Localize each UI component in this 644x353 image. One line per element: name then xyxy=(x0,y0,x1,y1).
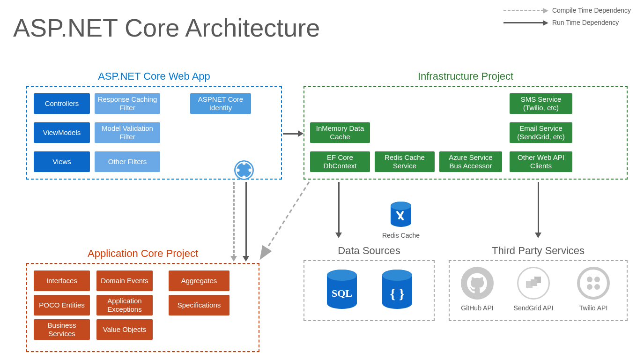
group-title-infra: Infrastructure Project xyxy=(303,70,628,83)
box-azure-service-bus: Azure Service Bus Accessor xyxy=(439,151,502,172)
svg-point-3 xyxy=(243,162,246,165)
svg-point-2 xyxy=(249,169,252,172)
svg-text:SQL: SQL xyxy=(332,287,352,299)
box-ef-dbcontext: EF Core DbContext xyxy=(310,151,370,172)
twilio-icon xyxy=(577,267,610,300)
svg-text:{ }: { } xyxy=(390,286,404,301)
legend-runtime-label: Run Time Dependency xyxy=(552,19,619,26)
box-app-exceptions: Application Exceptions xyxy=(96,295,153,315)
group-title-data-sources: Data Sources xyxy=(303,245,435,257)
svg-point-12 xyxy=(391,202,411,210)
legend-runtime: Run Time Dependency xyxy=(503,19,631,26)
box-webapi-clients: Other Web API Clients xyxy=(510,151,572,172)
svg-point-16 xyxy=(587,277,592,282)
box-other-filters: Other Filters xyxy=(95,151,160,172)
arrow-web-to-infra xyxy=(283,133,299,135)
box-aggregates: Aggregates xyxy=(169,270,229,291)
svg-point-17 xyxy=(594,277,600,282)
svg-point-19 xyxy=(594,284,600,290)
redis-cache-icon xyxy=(389,202,413,230)
svg-point-9 xyxy=(382,270,412,281)
github-icon xyxy=(461,267,494,300)
group-application-core: Interfaces POCO Entities Business Servic… xyxy=(26,263,259,352)
box-model-validation: Model Validation Filter xyxy=(95,122,160,143)
group-title-core: Application Core Project xyxy=(26,248,259,260)
sendgrid-icon xyxy=(517,267,550,300)
arrow-head-web-to-infra xyxy=(298,130,303,137)
group-data-sources: SQL { } xyxy=(303,260,435,321)
box-response-caching: Response Caching Filter xyxy=(95,93,160,114)
arrow-infra-to-thirdparty xyxy=(538,182,539,233)
legend-dashed-arrow-icon xyxy=(503,10,544,11)
arrow-head-infra-to-data xyxy=(335,233,342,238)
group-title-third-party: Third Party Services xyxy=(449,245,628,257)
box-views: Views xyxy=(34,151,90,172)
box-inmemory-cache: InMemory Data Cache xyxy=(310,122,370,143)
svg-point-1 xyxy=(237,169,240,172)
arrow-head-web-to-core-compile xyxy=(230,256,237,262)
group-third-party: GitHub API SendGrid API Twilio API xyxy=(449,260,628,321)
box-business-svc: Business Services xyxy=(34,319,90,340)
svg-line-20 xyxy=(260,182,309,259)
svg-point-6 xyxy=(327,270,357,281)
box-value-objects: Value Objects xyxy=(96,319,153,340)
redis-cache-label: Redis Cache xyxy=(379,232,422,239)
legend-compile-label: Compile Time Dependency xyxy=(552,7,631,14)
box-sms-service: SMS Service (Twilio, etc) xyxy=(510,93,572,114)
box-viewmodels: ViewModels xyxy=(34,122,90,143)
box-interfaces: Interfaces xyxy=(34,270,90,291)
box-controllers: Controllers xyxy=(34,93,90,114)
group-title-web: ASP.NET Core Web App xyxy=(26,70,282,83)
svg-point-4 xyxy=(243,176,246,179)
legend: Compile Time Dependency Run Time Depende… xyxy=(503,7,631,31)
sendgrid-label: SendGrid API xyxy=(510,304,557,312)
box-redis-service: Redis Cache Service xyxy=(375,151,435,172)
github-label: GitHub API xyxy=(455,304,499,312)
twilio-label: Twilio API xyxy=(572,304,614,312)
arrow-web-to-core-compile xyxy=(233,182,235,257)
arrow-infra-to-data xyxy=(338,182,340,233)
box-aspnet-identity: ASPNET Core Identity xyxy=(190,93,251,114)
box-email-service: Email Service (SendGrid, etc) xyxy=(510,122,572,143)
arrow-head-infra-to-thirdparty xyxy=(535,233,541,238)
group-infrastructure: InMemory Data Cache EF Core DbContext Re… xyxy=(303,86,628,180)
box-specifications: Specifications xyxy=(169,295,229,315)
box-poco-entities: POCO Entities xyxy=(34,295,90,315)
legend-compile: Compile Time Dependency xyxy=(503,7,631,14)
legend-solid-arrow-icon xyxy=(503,22,544,23)
sql-database-icon: SQL xyxy=(325,270,359,313)
arrow-web-to-core-runtime xyxy=(245,182,247,257)
svg-point-18 xyxy=(587,284,592,290)
globe-network-icon xyxy=(233,159,255,181)
box-domain-events: Domain Events xyxy=(96,270,153,291)
page-title: ASP.NET Core Architecture xyxy=(13,13,320,42)
nosql-database-icon: { } xyxy=(380,270,414,313)
svg-rect-15 xyxy=(531,279,537,286)
arrow-head-web-to-core-runtime xyxy=(243,256,249,262)
